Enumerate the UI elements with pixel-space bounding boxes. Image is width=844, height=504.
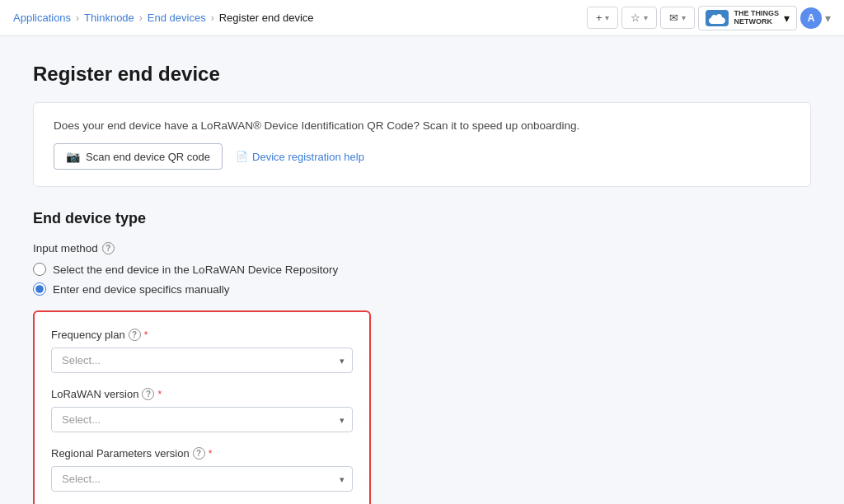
breadcrumb-sep-2: › — [139, 12, 143, 24]
star-button[interactable]: ☆ ▾ — [621, 7, 657, 29]
lorawan-version-label: LoRaWAN version — [51, 388, 138, 400]
breadcrumb-sep-3: › — [211, 12, 214, 24]
section-title: End device type — [33, 210, 811, 227]
radio-options: Select the end device in the LoRaWAN Dev… — [33, 263, 811, 296]
lorawan-version-select[interactable]: Select... — [51, 407, 353, 432]
input-method-label: Input method — [33, 242, 98, 254]
lorawan-version-group: LoRaWAN version ? * Select... ▾ — [51, 388, 353, 432]
frequency-plan-select-wrapper: Select... ▾ — [51, 348, 353, 373]
star-icon: ☆ — [631, 12, 640, 24]
ttn-logo[interactable]: THE THINGS NETWORK ▾ — [698, 6, 797, 30]
qr-section: Does your end device have a LoRaWAN® Dev… — [33, 102, 811, 187]
lorawan-version-select-wrapper: Select... ▾ — [51, 407, 353, 432]
ttn-chevron-icon: ▾ — [784, 12, 790, 25]
qr-actions: 📷 Scan end device QR code 📄 Device regis… — [54, 143, 790, 170]
star-chevron-icon: ▾ — [644, 13, 648, 22]
regional-params-required: * — [209, 448, 213, 460]
user-avatar[interactable]: A — [800, 7, 822, 29]
frequency-plan-group: Frequency plan ? * Select... ▾ — [51, 329, 353, 373]
qr-description: Does your end device have a LoRaWAN® Dev… — [54, 119, 790, 132]
frequency-plan-select[interactable]: Select... — [51, 348, 353, 373]
regional-params-help-icon[interactable]: ? — [193, 447, 205, 460]
regional-params-group: Regional Parameters version ? * Select..… — [51, 447, 353, 492]
radio-manual-option[interactable]: Enter end device specifics manually — [33, 282, 811, 296]
device-type-section: End device type Input method ? Select th… — [33, 210, 811, 504]
regional-params-select-wrapper: Select... ▾ — [51, 466, 353, 492]
help-link-label: Device registration help — [252, 151, 364, 163]
lorawan-version-help-icon[interactable]: ? — [142, 388, 154, 400]
input-method-label-row: Input method ? — [33, 242, 811, 254]
device-registration-help-link[interactable]: 📄 Device registration help — [236, 151, 364, 163]
breadcrumb-end-devices[interactable]: End devices — [148, 12, 206, 24]
lorawan-version-required: * — [157, 389, 162, 400]
frequency-plan-label-row: Frequency plan ? * — [51, 329, 353, 341]
top-nav: Applications › Thinknode › End devices ›… — [0, 0, 844, 36]
regional-params-select[interactable]: Select... — [51, 466, 353, 492]
add-button[interactable]: + ▾ — [587, 7, 619, 29]
breadcrumb: Applications › Thinknode › End devices ›… — [13, 12, 314, 24]
radio-repo-input[interactable] — [33, 263, 46, 276]
mail-button[interactable]: ✉ ▾ — [660, 7, 695, 29]
ttn-network-text: NETWORK — [734, 18, 779, 26]
page-title: Register end device — [33, 63, 811, 86]
red-section: Frequency plan ? * Select... ▾ LoRaWAN v… — [33, 310, 371, 504]
camera-icon: 📷 — [66, 150, 80, 163]
breadcrumb-thinknode[interactable]: Thinknode — [84, 12, 134, 24]
plus-icon: + — [596, 12, 603, 24]
radio-manual-label: Enter end device specifics manually — [53, 283, 230, 296]
frequency-plan-help-icon[interactable]: ? — [129, 329, 141, 341]
radio-repo-option[interactable]: Select the end device in the LoRaWAN Dev… — [33, 263, 811, 276]
mail-chevron-icon: ▾ — [682, 13, 686, 22]
page-content: Register end device Does your end device… — [0, 36, 844, 504]
ttn-cloud-icon — [706, 10, 729, 26]
regional-params-label: Regional Parameters version — [51, 447, 190, 460]
breadcrumb-current: Register end device — [219, 12, 314, 24]
input-method-help-icon[interactable]: ? — [102, 242, 115, 254]
breadcrumb-sep-1: › — [76, 12, 79, 24]
breadcrumb-applications[interactable]: Applications — [13, 12, 71, 24]
add-chevron-icon: ▾ — [605, 13, 609, 22]
lorawan-version-label-row: LoRaWAN version ? * — [51, 388, 353, 400]
regional-params-label-row: Regional Parameters version ? * — [51, 447, 353, 460]
document-icon: 📄 — [236, 151, 248, 162]
mail-icon: ✉ — [669, 12, 678, 24]
radio-repo-label: Select the end device in the LoRaWAN Dev… — [53, 264, 338, 276]
scan-btn-label: Scan end device QR code — [86, 151, 210, 163]
user-chevron-icon: ▾ — [825, 12, 831, 25]
frequency-plan-label: Frequency plan — [51, 329, 125, 341]
frequency-plan-required: * — [144, 329, 148, 341]
radio-manual-input[interactable] — [33, 282, 46, 296]
nav-actions: + ▾ ☆ ▾ ✉ ▾ THE THINGS NETWORK ▾ A ▾ — [587, 6, 831, 30]
scan-qr-button[interactable]: 📷 Scan end device QR code — [54, 143, 223, 170]
